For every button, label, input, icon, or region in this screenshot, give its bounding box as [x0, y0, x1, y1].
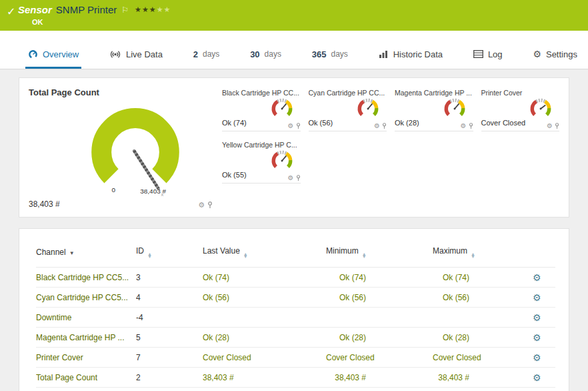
sort-icon: ▲▼ [243, 253, 248, 258]
tab-2-days[interactable]: 2 days [191, 41, 223, 69]
sort-icon: ▲▼ [362, 253, 367, 258]
channel-link[interactable]: Yellow Cartridge HP CC... [36, 388, 136, 391]
gauge-segment-red [273, 101, 277, 115]
channel-link[interactable]: Printer Cover [36, 348, 136, 368]
channel-settings-icon[interactable]: ⚙ [533, 272, 541, 283]
column-header-channel[interactable]: Channel▼ [36, 246, 136, 268]
gauge-settings-icon[interactable]: ⚙ [288, 175, 294, 181]
gauge-needle [282, 103, 286, 109]
column-label: Channel [36, 248, 66, 257]
gauge-segment-yellow [286, 101, 290, 108]
channel-settings-icon[interactable]: ⚙ [533, 292, 541, 303]
stars-filled: ★★★ [135, 5, 157, 13]
column-label: Minimum [326, 246, 359, 256]
channel-maximum: Cover Closed [433, 348, 533, 368]
channel-minimum: Ok (28) [326, 328, 433, 348]
tab-overview[interactable]: Overview [25, 41, 81, 69]
tab-label: Historic Data [393, 49, 443, 59]
sensor-title-row: Sensor SNMP Printer ⚐ ★★★★★ [18, 4, 171, 15]
gauge-settings-icon[interactable]: ⚙ [198, 202, 205, 209]
channel-id: 2 [136, 368, 203, 388]
channel-id: -4 [136, 308, 203, 328]
settings-gear-icon: ⚙ [533, 49, 541, 59]
channel-link[interactable]: Cyan Cartridge HP CC5... [36, 288, 136, 308]
channel-minimum: Cover Closed [326, 348, 433, 368]
tab-365-days[interactable]: 365 days [309, 41, 351, 69]
mini-gauges-grid: Black Cartridge HP CC... Ok (74) ⚙ [215, 85, 561, 210]
tab-historic-data[interactable]: Historic Data [376, 41, 445, 69]
mini-gauge-card: Black Cartridge HP CC... Ok (74) ⚙ [222, 89, 301, 131]
pin-icon[interactable] [469, 123, 473, 129]
main-gauge: × 0 38,403 # [57, 95, 214, 208]
channel-maximum: Ok (56) [433, 288, 533, 308]
table-row: Total Page Count 2 38,403 # 38,403 # 38,… [36, 368, 555, 388]
channel-id: 6 [136, 388, 203, 391]
channel-settings-icon[interactable]: ⚙ [533, 332, 541, 343]
channel-id: 7 [136, 348, 203, 368]
tab-30-days[interactable]: 30 days [247, 41, 284, 69]
tab-settings[interactable]: ⚙ Settings [530, 41, 580, 69]
channel-link[interactable]: Total Page Count [36, 368, 136, 388]
column-header-maximum[interactable]: Maximum▲▼ [433, 246, 533, 268]
tab-number: 365 [312, 49, 327, 59]
column-label: ID [136, 246, 144, 256]
gauge-settings-icon[interactable]: ⚙ [547, 123, 553, 129]
tab-bar: Overview Live Data 2 days 30 days 365 da… [0, 41, 588, 69]
pin-icon[interactable] [296, 123, 301, 129]
table-row: Printer Cover 7 Cover Closed Cover Close… [36, 348, 555, 368]
content-area: Total Page Count × 0 38,403 # 38,403 # ⚙ [0, 69, 588, 391]
tab-live-data[interactable]: Live Data [107, 41, 165, 69]
gauge-scale-min: 0 [112, 186, 116, 193]
mini-gauge-card: Yellow Cartridge HP C... Ok (55) ⚙ [222, 141, 301, 183]
log-list-icon [473, 50, 483, 58]
live-data-icon [109, 50, 121, 59]
gauge-settings-icon[interactable]: ⚙ [288, 123, 294, 129]
gauge-settings-icon[interactable]: ⚙ [374, 123, 380, 129]
pin-icon[interactable] [555, 123, 559, 129]
channel-id: 3 [136, 268, 203, 288]
gauge-settings-icon[interactable]: ⚙ [461, 123, 467, 129]
table-row: Magenta Cartridge HP ... 5 Ok (28) Ok (2… [36, 328, 555, 348]
pin-icon[interactable] [207, 202, 213, 209]
channel-settings-icon[interactable]: ⚙ [533, 372, 541, 383]
gauges-panel: Total Page Count × 0 38,403 # 38,403 # ⚙ [19, 77, 569, 218]
pin-icon[interactable] [382, 123, 387, 129]
priority-flag-icon[interactable]: ⚐ [121, 5, 129, 15]
pin-icon[interactable] [296, 175, 301, 181]
channel-settings-icon[interactable]: ⚙ [533, 312, 541, 323]
sort-desc-icon: ▼ [69, 250, 75, 256]
tab-label: days [203, 49, 219, 59]
column-header-last-value[interactable]: Last Value▲▼ [203, 246, 326, 268]
tab-label: Settings [546, 49, 577, 59]
tab-log[interactable]: Log [471, 41, 505, 69]
channel-link[interactable]: Magenta Cartridge HP ... [36, 328, 136, 348]
channel-last-value: Cover Closed [203, 348, 326, 368]
priority-stars[interactable]: ★★★★★ [135, 5, 171, 14]
mini-gauge-value: Ok (55) [222, 171, 247, 179]
mini-gauge [269, 95, 295, 122]
channel-last-value: Ok (74) [203, 268, 326, 288]
channel-minimum: 38,403 # [326, 368, 433, 388]
channel-link[interactable]: Black Cartridge HP CC5... [36, 268, 136, 288]
sensor-header: ✓ Sensor SNMP Printer ⚐ ★★★★★ OK [0, 0, 588, 31]
column-header-minimum[interactable]: Minimum▲▼ [326, 246, 433, 268]
gauge-segment-none [277, 100, 286, 101]
object-kind-label: Sensor [18, 4, 52, 15]
channel-settings-icon[interactable]: ⚙ [533, 352, 541, 363]
mini-gauge-card: Magenta Cartridge HP ... Ok (28) ⚙ [395, 89, 473, 131]
column-header-id[interactable]: ID▲▼ [136, 246, 203, 268]
column-label: Maximum [433, 246, 467, 256]
channel-last-value: 38,403 # [203, 368, 326, 388]
tab-label: Log [488, 49, 503, 59]
channel-minimum: Ok (55) [326, 388, 433, 391]
historic-data-chart-icon [379, 50, 389, 59]
table-row: Black Cartridge HP CC5... 3 Ok (74) Ok (… [36, 268, 555, 288]
channel-link[interactable]: Downtime [36, 308, 136, 328]
channel-maximum: Ok (55) [433, 388, 533, 391]
tab-number: 30 [250, 49, 259, 59]
channel-maximum [433, 308, 533, 328]
mini-gauge-value: Ok (74) [222, 119, 247, 127]
mini-gauge-card: Printer Cover Cover Closed ⚙ [481, 89, 560, 131]
channel-minimum: Ok (56) [326, 288, 433, 308]
channel-last-value: Ok (55) [203, 388, 326, 391]
